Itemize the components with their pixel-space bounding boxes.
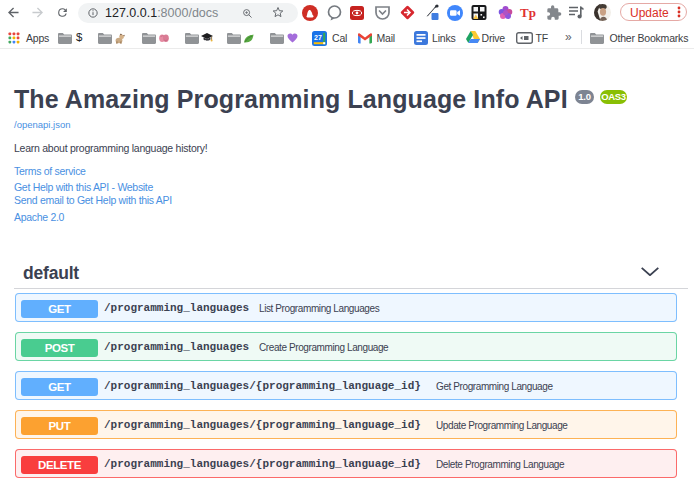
svg-text:27: 27 bbox=[314, 33, 322, 40]
